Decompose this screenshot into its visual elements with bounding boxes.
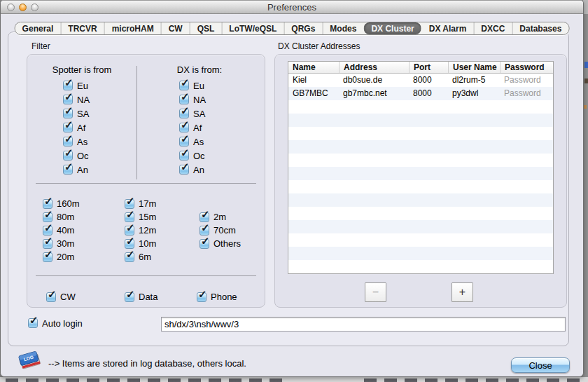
checkbox-label: Eu: [77, 81, 88, 91]
table-row-empty: [288, 247, 553, 260]
checkbox-label: Oc: [77, 151, 89, 161]
add-address-button[interactable]: +: [451, 282, 473, 302]
cell-port: 8000: [409, 87, 448, 100]
check-icon: ✓: [48, 288, 57, 301]
checkbox-label: 17m: [139, 198, 156, 209]
checkbox-box: ✓: [179, 151, 189, 161]
checkbox-box: ✓: [179, 95, 189, 104]
column-header-password[interactable]: Password: [500, 62, 553, 73]
checkbox-others[interactable]: ✓Others: [200, 237, 241, 250]
checkbox-label: Af: [193, 123, 202, 133]
checkbox-box: ✓: [179, 81, 189, 90]
tab-qsl[interactable]: QSL: [190, 22, 222, 34]
checkbox-20m[interactable]: ✓20m: [43, 250, 80, 264]
table-row[interactable]: GB7MBCgb7mbc.net8000py3dwlPassword: [288, 87, 553, 100]
check-icon: ✓: [181, 90, 190, 103]
check-icon: ✓: [64, 76, 74, 89]
cell-user-name: dl2rum-5: [448, 74, 500, 87]
table-row-empty: [288, 220, 553, 233]
background-glyph: [584, 105, 587, 109]
tab-microham[interactable]: microHAM: [104, 22, 161, 34]
table-row[interactable]: Kieldb0sue.de8000dl2rum-5Password: [288, 74, 553, 87]
preferences-window: Preferences GeneralTRCVRmicroHAMCWQSLLoT…: [0, 0, 584, 377]
checkbox-label: 20m: [57, 252, 74, 262]
remove-address-button[interactable]: −: [365, 282, 386, 302]
tab-lotw-eqsl[interactable]: LoTW/eQSL: [221, 22, 284, 34]
checkbox-box: ✓: [63, 123, 73, 132]
checkbox-label: 80m: [57, 212, 74, 222]
checkbox-label: As: [77, 137, 88, 147]
checkbox-label: 12m: [139, 225, 156, 236]
checkbox-box: ✓: [63, 95, 73, 104]
checkbox-label: As: [193, 137, 204, 147]
checkbox-an[interactable]: ✓An: [63, 163, 90, 177]
check-icon: ✓: [201, 221, 210, 234]
tab-qrgs[interactable]: QRGs: [284, 22, 322, 34]
tab-cw[interactable]: CW: [161, 22, 190, 34]
column-header-user-name[interactable]: User Name: [448, 62, 500, 73]
check-icon: ✓: [44, 195, 53, 207]
checkbox-data[interactable]: ✓Data: [125, 290, 158, 303]
background-text-fragment: [364, 378, 582, 382]
table-row-empty: [288, 154, 553, 167]
separator: [36, 275, 256, 276]
tab-dx-cluster[interactable]: DX Cluster: [363, 22, 421, 34]
checkbox-box: ✓: [43, 199, 52, 209]
column-header-address[interactable]: Address: [339, 62, 409, 73]
checkbox-label: CW: [60, 292, 76, 302]
check-icon: ✓: [44, 235, 53, 247]
checkbox-auto-login[interactable]: ✓Auto login: [28, 316, 83, 330]
checkbox-box: ✓: [43, 239, 52, 249]
check-icon: ✓: [44, 221, 53, 234]
cell-port: 8000: [409, 74, 448, 87]
cluster-group-box: NameAddressPortUser NamePassword Kieldb0…: [274, 54, 567, 308]
column-header-name[interactable]: Name: [288, 62, 339, 73]
check-icon: ✓: [64, 132, 74, 145]
checkbox-box: ✓: [63, 81, 73, 90]
cell-address: gb7mbc.net: [339, 87, 409, 100]
checkbox-6m[interactable]: ✓6m: [125, 250, 156, 264]
filter-group-label: Filter: [31, 41, 50, 51]
checkbox-label: 30m: [57, 238, 74, 249]
checkbox-box: ✓: [46, 292, 56, 302]
tab-general[interactable]: General: [15, 22, 61, 34]
checkbox-cw[interactable]: ✓CW: [46, 290, 76, 303]
table-row-empty: [288, 260, 553, 273]
checkbox-an[interactable]: ✓An: [179, 163, 206, 177]
tab-trcvr[interactable]: TRCVR: [60, 22, 104, 34]
column-header-port[interactable]: Port: [409, 62, 448, 73]
auto-login-input[interactable]: [161, 317, 566, 332]
band-list-2: ✓17m✓15m✓12m✓10m✓6m: [125, 197, 156, 264]
checkbox-label: NA: [193, 95, 206, 105]
check-icon: ✓: [126, 235, 135, 247]
checkbox-phone[interactable]: ✓Phone: [197, 290, 237, 303]
dx-continent-list: ✓Eu✓NA✓SA✓Af✓As✓Oc✓An: [179, 79, 206, 177]
tab-databases[interactable]: Databases: [512, 22, 568, 34]
tab-bar: GeneralTRCVRmicroHAMCWQSLLoTW/eQSLQRGsMo…: [15, 22, 570, 35]
checkbox-label: Others: [214, 238, 241, 249]
check-icon: ✓: [181, 76, 190, 89]
background-text-fragment: [6, 378, 286, 382]
checkbox-label: An: [193, 165, 204, 175]
band-list-1: ✓160m✓80m✓40m✓30m✓20m: [43, 197, 80, 264]
checkbox-label: 70cm: [214, 225, 236, 236]
checkbox-box: ✓: [63, 151, 73, 161]
tab-dxcc[interactable]: DXCC: [473, 22, 512, 34]
tab-dx-alarm[interactable]: DX Alarm: [421, 22, 474, 34]
password-field[interactable]: Password: [500, 74, 553, 87]
mode-cw: ✓CW: [46, 290, 76, 303]
dx-heading: DX is from:: [139, 64, 260, 75]
checkbox-label: 10m: [139, 238, 156, 249]
separator: [36, 183, 256, 184]
titlebar[interactable]: Preferences: [1, 1, 583, 14]
table-row-empty: [288, 127, 553, 140]
cell-name: GB7MBC: [288, 87, 339, 100]
password-field[interactable]: Password: [500, 87, 553, 100]
close-button[interactable]: Close: [511, 357, 570, 373]
tab-modes[interactable]: Modes: [322, 22, 363, 34]
cell-name: Kiel: [288, 74, 339, 87]
check-icon: ✓: [126, 248, 135, 261]
window-title: Preferences: [1, 1, 583, 14]
check-icon: ✓: [181, 118, 190, 131]
tab-content-panel: Filter DX Cluster Addresses Spotter is f…: [8, 32, 569, 346]
